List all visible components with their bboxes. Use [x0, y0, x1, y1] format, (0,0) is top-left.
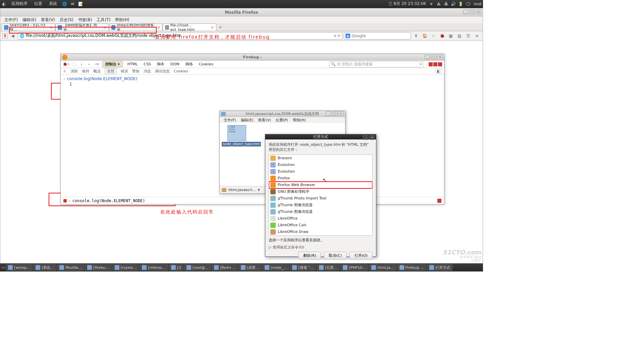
sub-clear[interactable]: 清除 [70, 69, 78, 74]
taskbar-item[interactable]: 打开方式 [427, 264, 452, 271]
firebug-commandline[interactable]: › [61, 197, 444, 204]
open-button[interactable]: 打开(O) [350, 252, 373, 259]
taskbar-item[interactable]: [root@… [184, 264, 211, 271]
tab-console[interactable]: 控制台 ▾ [102, 61, 122, 67]
close-icon[interactable]: × [211, 25, 214, 30]
firebug-search[interactable]: 🔍 在 控制台 面板内搜索 ▾ [329, 61, 423, 67]
taskbar-item[interactable]: [node_… [262, 264, 289, 271]
dropdown-icon[interactable]: ▾ [334, 34, 336, 38]
maximize-button[interactable]: ▢ [431, 55, 436, 59]
openwith-app-item[interactable]: Firefox Web Browser [269, 182, 372, 188]
close-button[interactable]: × [476, 9, 481, 14]
tab-cookies[interactable]: Cookies [198, 62, 215, 66]
taskbar-item[interactable]: [winxp… [6, 264, 33, 271]
menu-history[interactable]: 历史(S) [58, 17, 75, 23]
addon-icon[interactable]: ▦ [447, 32, 454, 40]
volume-icon[interactable]: 🔊 [451, 1, 456, 7]
openwith-app-item[interactable]: LibreOffice Draw [269, 229, 372, 235]
menu-view[interactable]: 查看(V) [256, 118, 273, 123]
menu-edit[interactable]: 编辑(E) [239, 118, 256, 123]
sub-errors[interactable]: 错误 [121, 69, 128, 74]
sub-all[interactable]: 全部 [105, 68, 117, 74]
taskbar-item[interactable]: [/] [169, 264, 183, 271]
taskbar-item[interactable]: [firebu… [85, 264, 111, 271]
taskbar-item[interactable]: [rsyslo… [112, 264, 139, 271]
taskbar-item[interactable]: html,ja… [369, 264, 396, 271]
site-identity-badge[interactable]: S [2, 33, 8, 39]
openwith-app-item[interactable]: Evolution [269, 162, 372, 168]
menu-tools[interactable]: 工具(T) [95, 17, 112, 23]
sub-cookies[interactable]: Cookies [174, 69, 188, 73]
printer-icon[interactable]: 🖶 [443, 1, 449, 7]
taskbar-item[interactable]: [Red+… [212, 264, 237, 271]
file-item[interactable]: node_object_type.htm [222, 125, 252, 146]
menu-system[interactable]: 系统 [47, 1, 59, 7]
clock[interactable]: 三 8月 20 23:32:06 [388, 1, 426, 7]
openwith-app-list[interactable]: BraseroEvolutionEvolutionFirefoxFirefox … [269, 155, 373, 236]
tab-3[interactable]: file:///root…ect_type.htm× [163, 23, 216, 31]
tab-script[interactable]: 脚本 [156, 62, 166, 67]
firebug-icon[interactable]: 🐞 [438, 32, 446, 40]
nav-fwd-icon[interactable]: › [87, 62, 91, 66]
notes-launcher-icon[interactable]: 📝 [78, 1, 83, 7]
minimize-button[interactable]: _ [425, 55, 430, 59]
sidebar-toggle-icon[interactable]: ◧ [435, 69, 442, 74]
menu-places[interactable]: 位置 [32, 1, 44, 7]
sub-debug[interactable]: 调试信息 [155, 69, 170, 74]
openwith-app-item[interactable]: gThumb Photo Import Tool [269, 195, 372, 202]
openwith-app-item[interactable]: LibreOffice Calc [269, 222, 372, 229]
update-icon[interactable]: ☀ [429, 1, 434, 7]
openwith-app-item[interactable]: LibreOffice [269, 215, 372, 222]
menu-view[interactable]: 查看(V) [39, 17, 57, 23]
menu-applications[interactable]: 应用程序 [9, 1, 30, 7]
run-icon[interactable] [437, 199, 441, 203]
new-tab-button[interactable]: + [216, 23, 224, 31]
display-icon[interactable]: 🖵 [466, 1, 471, 7]
show-desktop-icon[interactable]: ▭ [1, 265, 5, 270]
close-icon[interactable]: × [157, 25, 160, 30]
network-icon[interactable]: 🖧 [436, 1, 441, 7]
openwith-app-item[interactable]: gThumb 图像浏览器 [269, 208, 372, 215]
stop-icon[interactable] [63, 199, 67, 202]
openwith-app-item[interactable]: gThumb 图像浏览器 [269, 202, 372, 208]
taskbar-item[interactable]: [PHP10… [340, 264, 368, 271]
openwith-custom-expander[interactable]: ▷使用自定义命令(U) [269, 245, 373, 250]
downloads-icon[interactable]: ⬇ [412, 32, 420, 40]
taskbar-item[interactable]: [系统… [33, 264, 56, 271]
panel-btn-1[interactable] [429, 62, 433, 66]
taskbar-item[interactable]: [深度… [238, 264, 262, 271]
taskbar-item[interactable]: [百度… [317, 264, 340, 271]
cmd-icon[interactable]: ›≡ [95, 62, 99, 66]
nav-back-icon[interactable]: ‹ [79, 62, 84, 66]
close-button[interactable]: × [338, 111, 344, 116]
tab-net[interactable]: 网络 [184, 62, 194, 67]
close-button[interactable]: × [437, 55, 443, 59]
inspect-icon[interactable]: ⬚ [73, 62, 76, 66]
battery-icon[interactable]: 🔋 [458, 1, 464, 7]
menu-hamburger-icon[interactable]: ≡ [473, 32, 481, 40]
home-icon[interactable]: 🏠 [421, 32, 428, 40]
maximize-button[interactable]: ▢ [332, 111, 337, 116]
searchbar[interactable]: g [344, 32, 411, 40]
break-icon[interactable]: ⏸ [63, 69, 66, 73]
chevron-down-icon[interactable]: ▾ [258, 188, 260, 192]
openwith-app-item[interactable]: Evolution [269, 168, 372, 175]
taskbar-item[interactable]: [搜索 "… [290, 264, 316, 271]
reload-icon[interactable]: ⟳ [337, 34, 341, 38]
user-label[interactable]: root [474, 2, 482, 6]
menu-help[interactable]: 帮助(H) [291, 118, 308, 123]
sub-persist[interactable]: 保持 [82, 69, 89, 74]
status-path[interactable]: html,javascri… [228, 188, 256, 192]
openwith-app-item[interactable]: Brasero [269, 155, 372, 162]
cancel-button[interactable]: 取消(C) [324, 252, 346, 259]
list-icon[interactable]: ☰ [465, 32, 472, 40]
search-input[interactable] [352, 34, 409, 38]
openwith-app-item[interactable]: Firefox [269, 175, 372, 182]
minimize-button[interactable]: _ [463, 9, 469, 14]
minimize-button[interactable]: _ [363, 135, 368, 140]
remove-button[interactable]: 删除(R) [298, 252, 321, 259]
chevron-down-icon[interactable]: ▾ [420, 62, 422, 66]
minimize-button[interactable]: _ [326, 111, 331, 116]
tab-dom[interactable]: DOM [169, 62, 181, 66]
menu-file[interactable]: 文件(F) [222, 118, 238, 123]
